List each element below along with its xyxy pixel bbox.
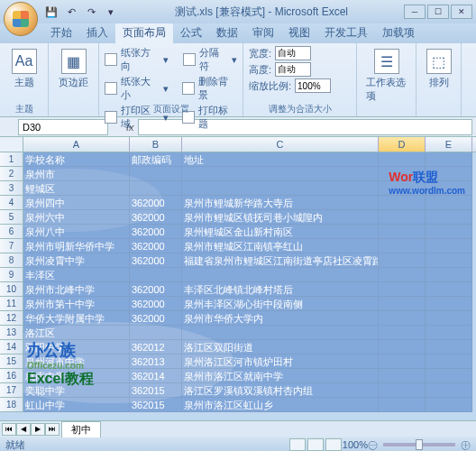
close-button[interactable]: ✕ — [451, 5, 472, 19]
view-break-button[interactable] — [325, 438, 342, 451]
tab-nav-first[interactable]: ⏮ — [2, 423, 16, 436]
cell[interactable]: 362000 — [130, 210, 182, 225]
cell[interactable] — [379, 268, 426, 282]
cell[interactable]: 泉州市第十中学 — [23, 297, 130, 311]
view-normal-button[interactable] — [289, 438, 306, 451]
cell[interactable]: 鲤城区 — [23, 181, 130, 196]
cell[interactable]: 华侨大学附属中学 — [23, 311, 130, 326]
cell[interactable]: 洛江区罗溪镇双溪镇村杏内组 — [182, 383, 379, 398]
row-header[interactable]: 5 — [0, 210, 23, 225]
background-button[interactable]: 删除背景 — [198, 75, 237, 102]
col-header-b[interactable]: B — [130, 137, 182, 152]
cell[interactable]: 泉州市华侨大学内 — [182, 311, 379, 326]
cell[interactable] — [426, 152, 472, 167]
cell[interactable]: 洛江区 — [23, 326, 130, 340]
cell[interactable] — [379, 297, 426, 311]
cell[interactable] — [426, 383, 472, 398]
cell[interactable]: 泉州市鲤城新华路大寺后 — [182, 196, 379, 210]
sheetoptions-button[interactable]: ☰ 工作表选项 — [362, 45, 410, 106]
tab-页面布局[interactable]: 页面布局 — [115, 23, 173, 43]
cell[interactable]: 362000 — [130, 311, 182, 326]
cell[interactable]: 362013 — [130, 354, 182, 369]
redo-icon[interactable]: ↷ — [83, 4, 99, 20]
cell[interactable] — [426, 239, 472, 253]
cell[interactable] — [426, 196, 472, 210]
height-input[interactable] — [275, 62, 311, 77]
tab-视图[interactable]: 视图 — [281, 23, 317, 43]
cell[interactable] — [379, 398, 426, 412]
row-header[interactable]: 2 — [0, 167, 23, 181]
save-icon[interactable]: 💾 — [43, 4, 60, 20]
select-all-corner[interactable] — [0, 137, 23, 152]
cell[interactable] — [426, 311, 472, 326]
col-header-c[interactable]: C — [182, 137, 379, 152]
cell[interactable]: 泉州市 — [23, 167, 130, 181]
size-button[interactable]: 纸张大小 — [121, 75, 160, 102]
cell[interactable]: 泉州市洛江区就南中学 — [182, 369, 379, 383]
cell[interactable] — [379, 369, 426, 383]
row-header[interactable]: 17 — [0, 383, 23, 398]
cell[interactable]: 福建省泉州市鲤城区江南街道亭店社区凌霄路321号 — [182, 253, 379, 268]
row-header[interactable]: 12 — [0, 311, 23, 326]
cell[interactable]: 学校名称 — [23, 152, 130, 167]
scale-input[interactable] — [295, 78, 331, 93]
margins-button[interactable]: ▦ 页边距 — [54, 45, 93, 93]
cell[interactable]: 泉州凌霄中学 — [23, 253, 130, 268]
cell[interactable]: 泉州八中 — [23, 225, 130, 239]
cell[interactable]: 泉州市明新华侨中学 — [23, 239, 130, 253]
zoom-level[interactable]: 100% — [343, 439, 368, 450]
minimize-button[interactable]: ─ — [404, 5, 426, 19]
cell[interactable]: 泉州四中 — [23, 196, 130, 210]
row-header[interactable]: 6 — [0, 225, 23, 239]
orientation-button[interactable]: 纸张方向 — [121, 46, 160, 73]
cell[interactable]: 泉州市洛江区虹山乡 — [182, 398, 379, 412]
row-header[interactable]: 11 — [0, 297, 23, 311]
cell[interactable] — [379, 282, 426, 297]
cell[interactable] — [426, 253, 472, 268]
tab-审阅[interactable]: 审阅 — [245, 23, 281, 43]
cell[interactable] — [426, 297, 472, 311]
row-header[interactable]: 16 — [0, 369, 23, 383]
cell[interactable] — [426, 210, 472, 225]
cell[interactable] — [426, 225, 472, 239]
col-header-e[interactable]: E — [426, 137, 472, 152]
cell[interactable]: 虹山中学 — [23, 398, 130, 412]
arrange-button[interactable]: ⬚ 排列 — [422, 45, 455, 93]
sheet-tab[interactable]: 初中 — [61, 421, 101, 437]
qat-dropdown-icon[interactable]: ▾ — [103, 4, 119, 20]
row-header[interactable]: 10 — [0, 282, 23, 297]
row-header[interactable]: 13 — [0, 326, 23, 340]
cell[interactable]: 泉州市鲤城区镇抚司巷小城隍内 — [182, 210, 379, 225]
undo-icon[interactable]: ↶ — [63, 4, 79, 20]
cell[interactable]: 邮政编码 — [130, 152, 182, 167]
tab-开发工具[interactable]: 开发工具 — [317, 23, 375, 43]
tab-加载项[interactable]: 加载项 — [375, 23, 422, 43]
cell[interactable]: 泉州鲤城区金山新村南区 — [182, 225, 379, 239]
row-header[interactable]: 1 — [0, 152, 23, 167]
tab-数据[interactable]: 数据 — [209, 23, 245, 43]
row-header[interactable]: 8 — [0, 253, 23, 268]
cell[interactable] — [130, 181, 182, 196]
tab-nav-last[interactable]: ⏭ — [45, 423, 60, 436]
tab-开始[interactable]: 开始 — [43, 23, 79, 43]
cell[interactable]: 362000 — [130, 196, 182, 210]
cell[interactable]: 洛江区双阳街道 — [182, 340, 379, 354]
cell[interactable]: 362012 — [130, 340, 182, 354]
cell[interactable] — [130, 167, 182, 181]
cell[interactable]: 丰泽区北峰镇北峰村塔后 — [182, 282, 379, 297]
cell[interactable] — [379, 354, 426, 369]
cell[interactable]: 泉州六中 — [23, 210, 130, 225]
tab-nav-next[interactable]: ▶ — [31, 423, 45, 436]
row-header[interactable]: 18 — [0, 398, 23, 412]
maximize-button[interactable]: ☐ — [427, 5, 449, 19]
cell[interactable] — [426, 398, 472, 412]
col-header-a[interactable]: A — [23, 137, 130, 152]
width-input[interactable] — [275, 46, 311, 60]
cell[interactable] — [182, 326, 379, 340]
name-box[interactable]: D30 — [18, 119, 108, 135]
zoom-in-button[interactable]: ㊉ — [461, 438, 471, 452]
cell[interactable] — [379, 383, 426, 398]
cell[interactable] — [379, 326, 426, 340]
row-header[interactable]: 15 — [0, 354, 23, 369]
cell[interactable] — [379, 340, 426, 354]
